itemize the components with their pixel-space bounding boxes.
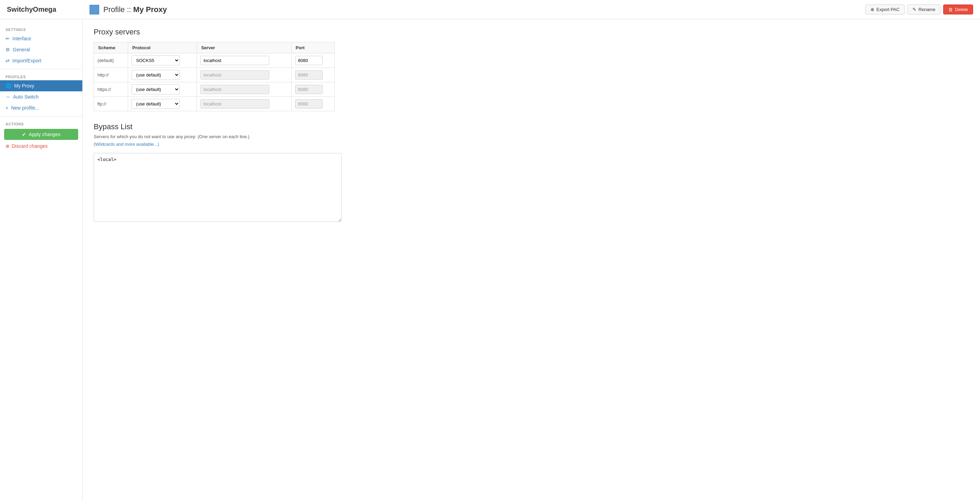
checkmark-icon: ✔ bbox=[22, 132, 26, 137]
port-cell-2 bbox=[291, 82, 334, 97]
header-main: Profile :: My Proxy ⊕ Export PAC ✎ Renam… bbox=[89, 5, 973, 14]
port-input-0[interactable] bbox=[295, 56, 323, 65]
header: SwitchyOmega Profile :: My Proxy ⊕ Expor… bbox=[0, 0, 980, 19]
export-pac-label: Export PAC bbox=[877, 7, 899, 12]
scheme-cell-1: http:// bbox=[94, 68, 128, 82]
port-cell-0 bbox=[291, 53, 334, 68]
proxy-table: Scheme Protocol Server Port (default)SOC… bbox=[94, 42, 335, 111]
discard-icon: ⊗ bbox=[5, 144, 10, 149]
sidebar-item-general[interactable]: ⚙ General bbox=[0, 44, 82, 55]
delete-icon: 🗑 bbox=[948, 7, 953, 12]
rename-label: Rename bbox=[918, 7, 935, 12]
port-cell-3 bbox=[291, 97, 334, 111]
profile-title-area: Profile :: My Proxy bbox=[89, 5, 167, 14]
import-export-icon: ⇄ bbox=[5, 58, 10, 64]
bypass-wildcards-link[interactable]: (Wildcards and more available...) bbox=[94, 142, 159, 147]
col-server: Server bbox=[197, 42, 291, 53]
sidebar: SETTINGS ✏ Interface ⚙ General ⇄ Import/… bbox=[0, 19, 83, 501]
layout: SETTINGS ✏ Interface ⚙ General ⇄ Import/… bbox=[0, 19, 980, 501]
scheme-cell-2: https:// bbox=[94, 82, 128, 97]
profile-icon-box bbox=[89, 5, 99, 14]
table-row: http://SOCKS5SOCKS4HTTPHTTPS(use default… bbox=[94, 68, 335, 82]
globe-icon: 🌐 bbox=[5, 83, 11, 89]
table-row: ftp://SOCKS5SOCKS4HTTPHTTPS(use default) bbox=[94, 97, 335, 111]
proxy-servers-heading: Proxy servers bbox=[94, 27, 969, 37]
server-input-2[interactable] bbox=[200, 85, 269, 94]
page-title: Profile :: My Proxy bbox=[103, 5, 167, 14]
sidebar-item-import-export-label: Import/Export bbox=[13, 58, 41, 64]
server-input-3[interactable] bbox=[200, 99, 269, 108]
export-pac-icon: ⊕ bbox=[870, 7, 874, 12]
apply-changes-button[interactable]: ✔ Apply changes bbox=[4, 129, 78, 140]
rename-button[interactable]: ✎ Rename bbox=[907, 5, 940, 14]
port-input-3[interactable] bbox=[295, 99, 323, 108]
table-row: (default)SOCKS5SOCKS4HTTPHTTPS(use defau… bbox=[94, 53, 335, 68]
protocol-select-2[interactable]: SOCKS5SOCKS4HTTPHTTPS(use default) bbox=[132, 85, 180, 94]
protocol-cell-1: SOCKS5SOCKS4HTTPHTTPS(use default) bbox=[128, 68, 197, 82]
server-cell-2 bbox=[197, 82, 291, 97]
server-cell-3 bbox=[197, 97, 291, 111]
port-cell-1 bbox=[291, 68, 334, 82]
switch-icon: ↔ bbox=[5, 94, 10, 100]
sidebar-item-my-proxy[interactable]: 🌐 My Proxy bbox=[0, 80, 82, 91]
actions-section-label: ACTIONS bbox=[0, 119, 82, 128]
sidebar-divider-2 bbox=[0, 116, 82, 116]
port-input-2[interactable] bbox=[295, 85, 323, 94]
server-cell-1 bbox=[197, 68, 291, 82]
sidebar-item-new-profile-label: New profile... bbox=[11, 105, 39, 111]
bypass-desc: Servers for which you do not want to use… bbox=[94, 134, 969, 139]
delete-button[interactable]: 🗑 Delete bbox=[943, 5, 973, 14]
col-port: Port bbox=[291, 42, 334, 53]
scheme-cell-3: ftp:// bbox=[94, 97, 128, 111]
rename-icon: ✎ bbox=[913, 7, 916, 12]
sidebar-item-import-export[interactable]: ⇄ Import/Export bbox=[0, 55, 82, 66]
plus-icon: + bbox=[5, 105, 8, 111]
col-protocol: Protocol bbox=[128, 42, 197, 53]
table-row: https://SOCKS5SOCKS4HTTPHTTPS(use defaul… bbox=[94, 82, 335, 97]
gear-icon: ⚙ bbox=[5, 47, 10, 53]
wrench-icon: ✏ bbox=[5, 36, 10, 41]
server-input-1[interactable] bbox=[200, 70, 269, 80]
protocol-cell-0: SOCKS5SOCKS4HTTPHTTPS(use default) bbox=[128, 53, 197, 68]
main-content: Proxy servers Scheme Protocol Server Por… bbox=[83, 19, 980, 501]
app-title: SwitchyOmega bbox=[7, 5, 89, 13]
protocol-select-0[interactable]: SOCKS5SOCKS4HTTPHTTPS(use default) bbox=[132, 56, 180, 65]
bypass-textarea[interactable] bbox=[94, 153, 342, 222]
sidebar-item-interface-label: Interface bbox=[13, 36, 31, 41]
protocol-cell-3: SOCKS5SOCKS4HTTPHTTPS(use default) bbox=[128, 97, 197, 111]
header-actions: ⊕ Export PAC ✎ Rename 🗑 Delete bbox=[865, 5, 973, 14]
sidebar-divider-1 bbox=[0, 69, 82, 69]
sidebar-item-my-proxy-label: My Proxy bbox=[14, 83, 34, 89]
settings-section-label: SETTINGS bbox=[0, 25, 82, 33]
sidebar-item-interface[interactable]: ✏ Interface bbox=[0, 33, 82, 44]
export-pac-button[interactable]: ⊕ Export PAC bbox=[865, 5, 905, 14]
title-prefix: Profile :: bbox=[103, 5, 133, 14]
sidebar-item-auto-switch-label: Auto Switch bbox=[13, 94, 38, 100]
scheme-cell-0: (default) bbox=[94, 53, 128, 68]
profiles-section-label: PROFILES bbox=[0, 72, 82, 80]
protocol-select-1[interactable]: SOCKS5SOCKS4HTTPHTTPS(use default) bbox=[132, 70, 180, 80]
sidebar-item-new-profile[interactable]: + New profile... bbox=[0, 102, 82, 113]
sidebar-item-general-label: General bbox=[13, 47, 30, 53]
title-name: My Proxy bbox=[133, 5, 167, 14]
apply-changes-label: Apply changes bbox=[29, 132, 60, 137]
discard-changes-button[interactable]: ⊗ Discard changes bbox=[0, 141, 53, 151]
server-cell-0 bbox=[197, 53, 291, 68]
server-input-0[interactable] bbox=[200, 56, 269, 65]
port-input-1[interactable] bbox=[295, 70, 323, 80]
delete-label: Delete bbox=[955, 7, 968, 12]
protocol-select-3[interactable]: SOCKS5SOCKS4HTTPHTTPS(use default) bbox=[132, 99, 180, 109]
sidebar-item-auto-switch[interactable]: ↔ Auto Switch bbox=[0, 91, 82, 102]
col-scheme: Scheme bbox=[94, 42, 128, 53]
discard-changes-label: Discard changes bbox=[12, 144, 48, 149]
protocol-cell-2: SOCKS5SOCKS4HTTPHTTPS(use default) bbox=[128, 82, 197, 97]
bypass-list-heading: Bypass List bbox=[94, 122, 969, 131]
